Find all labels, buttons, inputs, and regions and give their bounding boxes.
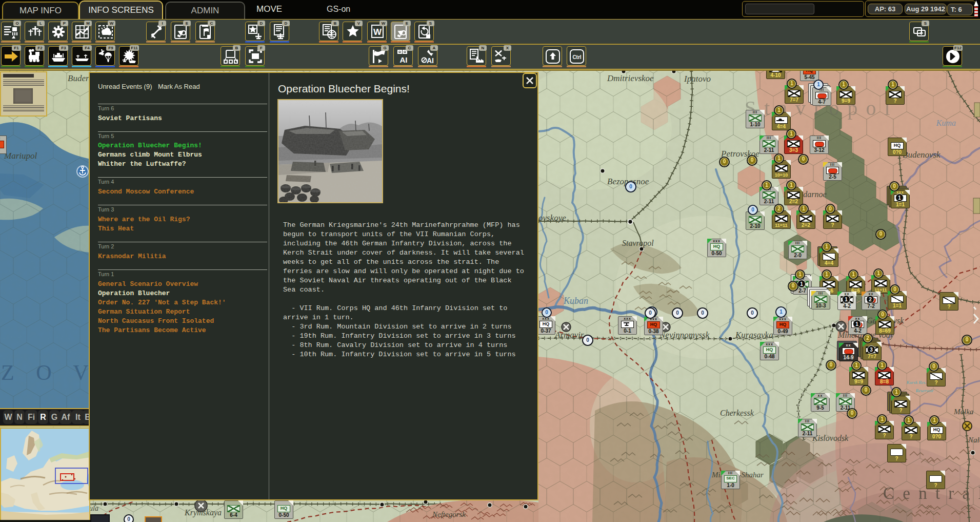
svg-text:Neftegorsk: Neftegorsk — [432, 510, 466, 518]
svg-text:Ipatovo: Ipatovo — [684, 74, 711, 84]
svg-text:W: W — [373, 27, 382, 37]
svg-text:Krymskaya: Krymskaya — [184, 508, 222, 517]
svg-text:Ctrl: Ctrl — [572, 54, 581, 60]
svg-text:Cherkessk: Cherkessk — [720, 409, 754, 417]
svg-text:AI: AI — [400, 55, 408, 64]
svg-text:Mariupol: Mariupol — [4, 151, 37, 161]
svg-text:Kuban: Kuban — [563, 296, 588, 306]
svg-text:Kuma: Kuma — [936, 119, 956, 127]
svg-text:Malka: Malka — [953, 408, 973, 416]
svg-text:Armavir: Armavir — [554, 330, 584, 340]
svg-text:Budenovsk: Budenovsk — [903, 150, 941, 160]
svg-text:Kursk Res.: Kursk Res. — [906, 380, 927, 385]
svg-text:Nevinnomyssk: Nevinnomyssk — [659, 330, 710, 340]
svg-text:Reservoir: Reservoir — [915, 388, 934, 393]
svg-text:ula: ula — [89, 505, 98, 512]
svg-text:Nalchik: Nalchik — [968, 436, 980, 444]
svg-text:Stavropol: Stavropol — [622, 239, 654, 248]
svg-text:Kurasavka: Kurasavka — [735, 330, 773, 340]
svg-text:AI: AI — [427, 56, 434, 64]
svg-text:Kislovodsk: Kislovodsk — [812, 434, 849, 442]
svg-text:Z O V: Z O V — [1, 361, 97, 384]
svg-text:Buder: Buder — [68, 73, 89, 83]
svg-text:Dmitrievskoe: Dmitrievskoe — [607, 73, 654, 83]
svg-text:ovskoye: ovskoye — [538, 213, 566, 223]
